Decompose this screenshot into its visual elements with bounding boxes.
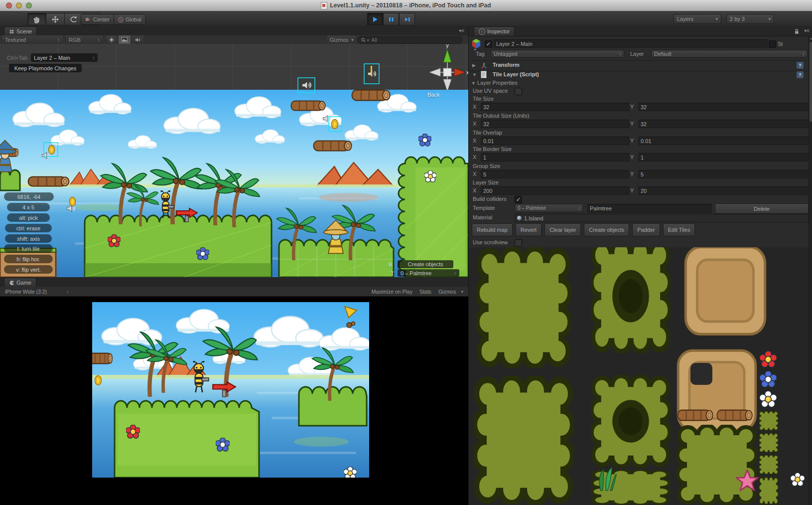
revert-button[interactable]: Revert <box>516 223 541 236</box>
tile-size-x-field[interactable]: 32 <box>481 103 629 111</box>
tile-size-y-field[interactable]: 32 <box>638 103 812 111</box>
layer-dropdown[interactable]: Default↕ <box>651 50 808 58</box>
minimize-button[interactable] <box>16 2 22 8</box>
tab-game[interactable]: Game <box>4 278 36 287</box>
move-tool-button[interactable] <box>46 13 65 25</box>
skybox-toggle[interactable] <box>119 35 131 44</box>
scene-gizmos-dropdown[interactable]: Gizmos▾ <box>327 35 356 44</box>
tile-overlap-y-field[interactable]: 0.01 <box>638 137 812 145</box>
scene-canvas[interactable]: y x Back Ctrl+Tab Layer 2 – Main↕ Keep P… <box>0 44 468 277</box>
tile-border-x-field[interactable]: 1 <box>481 153 629 162</box>
template-dropdown[interactable]: 0 – Palmtree↕ <box>515 204 583 212</box>
group-size-label: Group Size <box>473 163 500 169</box>
create-objects-overlay-button[interactable]: Create objects <box>398 260 453 268</box>
layer-size-x-field[interactable]: 200 <box>481 186 629 195</box>
game-viewport[interactable] <box>92 302 369 478</box>
scene-template-dropdown[interactable]: 0 – Palmtree↕ <box>398 269 459 277</box>
palette-tile-starfish[interactable] <box>736 470 759 493</box>
palette-tile-flower-blue[interactable] <box>760 371 777 388</box>
palette-tile-island-small[interactable] <box>759 433 779 453</box>
palette-tile-island-hole[interactable] <box>591 247 671 353</box>
palette-tile-island[interactable] <box>677 425 757 505</box>
group-size-y-field[interactable]: 5 <box>638 170 812 178</box>
layout-dropdown[interactable]: 2 by 3▾ <box>726 14 774 24</box>
color-mode-dropdown[interactable]: RGB↕ <box>66 35 103 44</box>
build-colliders-checkbox[interactable]: ✓ <box>515 196 522 203</box>
play-button[interactable] <box>367 13 383 25</box>
group-size-x-field[interactable]: 5 <box>481 170 629 178</box>
game-gizmos-dropdown[interactable]: Gizmos▾ <box>438 289 463 295</box>
help-icon[interactable]: ? <box>797 62 804 69</box>
pane-menu-icon[interactable]: ▾≡ <box>459 28 464 33</box>
palette-tile-island[interactable] <box>476 247 571 368</box>
pivot-center-toggle[interactable]: Center <box>81 14 114 25</box>
palette-tile-flower-white[interactable] <box>791 473 805 487</box>
palette-tile-log[interactable] <box>716 409 753 422</box>
use-scrollview-checkbox[interactable] <box>515 239 522 247</box>
transform-foldout[interactable]: ▶ <box>472 63 476 68</box>
lock-icon[interactable] <box>794 28 800 34</box>
scene-search[interactable]: ▾ <box>358 36 462 44</box>
edit-tiles-button[interactable]: Edit Tiles <box>663 223 695 236</box>
palette-tile-log[interactable] <box>677 409 714 422</box>
palette-tile-plant[interactable] <box>596 466 617 492</box>
layer-properties-foldout[interactable]: ▼ <box>471 81 476 86</box>
layers-dropdown[interactable]: Layers▾ <box>674 14 721 24</box>
stats-toggle[interactable]: Stats <box>419 289 431 295</box>
palette-tile-flower-white[interactable] <box>760 391 777 408</box>
tile-layer-component-header[interactable]: Tile Layer (Script) <box>493 71 539 77</box>
tag-dropdown[interactable]: Untagged↕ <box>491 50 624 58</box>
rebuild-map-button[interactable]: Rebuild map <box>472 223 513 236</box>
pause-button[interactable] <box>383 13 399 25</box>
use-uv-space-checkbox[interactable] <box>515 88 522 95</box>
tab-scene[interactable]: Scene <box>4 26 37 36</box>
view-facing-label[interactable]: Back <box>427 92 439 98</box>
scroll-up-icon[interactable]: ▲ <box>810 37 812 40</box>
palette-tile-flower-red[interactable] <box>760 351 777 368</box>
palette-tile-island-small[interactable] <box>759 455 779 475</box>
create-objects-button[interactable]: Create objects <box>584 223 629 236</box>
scene-gizmo[interactable]: y x <box>429 44 468 91</box>
updown-icon: ↕ <box>619 51 622 56</box>
zoom-button[interactable] <box>26 2 32 8</box>
delete-template-button[interactable]: Delete <box>715 203 809 214</box>
palette-tile-island-hole[interactable] <box>591 375 671 468</box>
hand-tool-button[interactable] <box>27 13 46 25</box>
layer-size-y-field[interactable]: 20 <box>638 186 812 195</box>
material-object-field[interactable]: 1.Island <box>515 214 809 222</box>
active-checkbox[interactable]: ✓ <box>485 40 492 48</box>
pane-menu-icon[interactable]: ▾≡ <box>804 28 810 33</box>
aspect-dropdown[interactable]: iPhone Wide (3:2)↕ <box>2 287 72 296</box>
palette-tile-dirt[interactable] <box>684 247 767 336</box>
tile-palette[interactable] <box>469 247 809 505</box>
tile-layer-foldout[interactable]: ▼ <box>472 72 477 77</box>
static-checkbox[interactable] <box>769 40 776 48</box>
gameobject-name-field[interactable]: Layer 2 – Main <box>494 39 768 48</box>
keep-playmode-button[interactable]: Keep Playmode Changes <box>9 64 82 72</box>
tile-output-y-field[interactable]: 32 <box>638 120 812 128</box>
palette-tile-island[interactable] <box>474 376 573 505</box>
lighting-toggle[interactable] <box>106 35 118 44</box>
palette-tile-island-small[interactable] <box>759 477 779 505</box>
help-icon[interactable]: ? <box>797 71 804 78</box>
scrollbar-thumb[interactable] <box>810 42 812 122</box>
axis-y-label[interactable]: y <box>446 44 449 48</box>
close-button[interactable] <box>6 2 12 8</box>
tile-output-x-field[interactable]: 32 <box>481 120 629 128</box>
palette-tile-island-small[interactable] <box>759 411 779 431</box>
padder-button[interactable]: Padder <box>632 223 660 236</box>
layer-switch-dropdown[interactable]: Layer 2 – Main↕ <box>31 53 98 62</box>
tile-overlap-x-field[interactable]: 0.01 <box>481 137 629 145</box>
tab-inspector[interactable]: i Inspector <box>474 26 515 36</box>
render-mode-dropdown[interactable]: Textured↕ <box>2 35 63 44</box>
audio-toggle[interactable] <box>132 35 143 44</box>
template-name-field[interactable]: Palmtree <box>587 204 712 213</box>
transform-component-header[interactable]: Transform <box>493 62 520 68</box>
tile-border-y-field[interactable]: 1 <box>638 153 812 162</box>
step-button[interactable] <box>399 13 415 25</box>
maximize-on-play-toggle[interactable]: Maximize on Play <box>372 289 412 295</box>
clear-layer-button[interactable]: Clear layer <box>544 223 581 236</box>
inspector-scrollbar[interactable]: ▲ <box>809 36 812 505</box>
pivot-global-toggle[interactable]: Global <box>114 14 146 25</box>
search-input[interactable] <box>371 37 442 43</box>
